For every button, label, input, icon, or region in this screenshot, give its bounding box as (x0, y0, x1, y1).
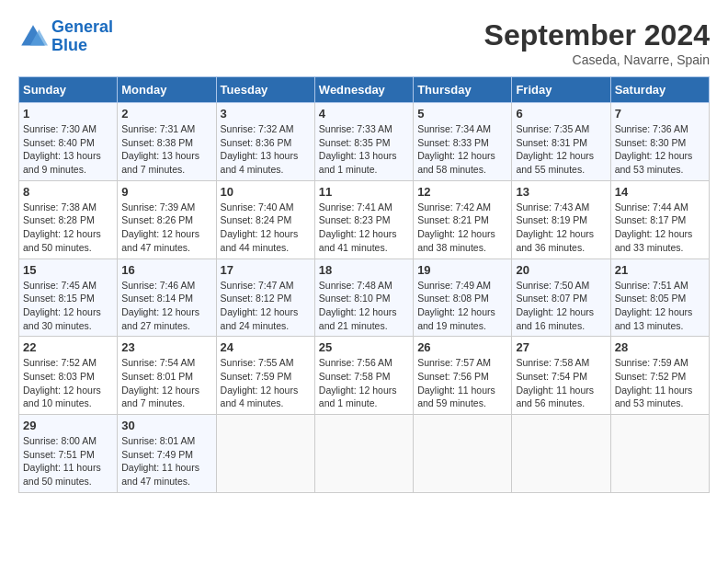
calendar-cell: 14Sunrise: 7:44 AMSunset: 8:17 PMDayligh… (610, 180, 709, 259)
day-info: Sunrise: 7:51 AMSunset: 8:05 PMDaylight:… (615, 279, 705, 333)
calendar-cell: 22Sunrise: 7:52 AMSunset: 8:03 PMDayligh… (19, 337, 118, 415)
day-number: 27 (516, 340, 606, 354)
logo-line1: General (51, 17, 113, 36)
day-info: Sunrise: 7:36 AMSunset: 8:30 PMDaylight:… (615, 122, 705, 177)
day-number: 10 (221, 185, 311, 199)
day-number: 19 (417, 263, 507, 277)
calendar-cell: 24Sunrise: 7:55 AMSunset: 7:59 PMDayligh… (216, 337, 314, 415)
calendar-cell: 6Sunrise: 7:35 AMSunset: 8:31 PMDaylight… (512, 103, 610, 181)
title-block: September 2024 Caseda, Navarre, Spain (484, 18, 710, 67)
calendar-cell (414, 415, 512, 493)
day-info: Sunrise: 7:40 AMSunset: 8:24 PMDaylight:… (221, 201, 311, 255)
day-number: 1 (23, 107, 113, 121)
day-info: Sunrise: 7:30 AMSunset: 8:40 PMDaylight:… (23, 122, 113, 177)
day-number: 20 (516, 263, 606, 277)
day-number: 30 (121, 419, 211, 432)
calendar-cell: 15Sunrise: 7:45 AMSunset: 8:15 PMDayligh… (19, 259, 118, 337)
calendar-cell: 2Sunrise: 7:31 AMSunset: 8:38 PMDaylight… (118, 103, 216, 181)
day-info: Sunrise: 7:32 AMSunset: 8:36 PMDaylight:… (221, 122, 311, 177)
calendar-cell (314, 415, 413, 493)
calendar-cell: 23Sunrise: 7:54 AMSunset: 8:01 PMDayligh… (118, 337, 216, 415)
calendar-cell: 30Sunrise: 8:01 AMSunset: 7:49 PMDayligh… (118, 415, 216, 493)
calendar-row: 8Sunrise: 7:38 AMSunset: 8:28 PMDaylight… (19, 180, 710, 259)
col-friday: Friday (512, 77, 610, 103)
day-number: 14 (615, 185, 705, 199)
col-wednesday: Wednesday (314, 77, 413, 103)
day-info: Sunrise: 7:38 AMSunset: 8:28 PMDaylight:… (23, 201, 113, 255)
day-number: 6 (516, 107, 606, 121)
day-number: 2 (121, 107, 211, 121)
day-number: 28 (615, 340, 705, 354)
day-number: 11 (319, 185, 409, 199)
logo-icon (18, 22, 48, 52)
logo: General Blue (18, 18, 113, 55)
day-info: Sunrise: 7:33 AMSunset: 8:35 PMDaylight:… (319, 122, 409, 177)
day-number: 21 (615, 263, 705, 277)
calendar-cell: 28Sunrise: 7:59 AMSunset: 7:52 PMDayligh… (610, 337, 709, 415)
day-info: Sunrise: 8:00 AMSunset: 7:51 PMDaylight:… (23, 434, 113, 488)
day-number: 4 (319, 107, 409, 121)
day-number: 16 (121, 263, 211, 277)
day-number: 22 (23, 340, 113, 354)
day-info: Sunrise: 7:52 AMSunset: 8:03 PMDaylight:… (23, 356, 113, 410)
day-info: Sunrise: 7:57 AMSunset: 7:56 PMDaylight:… (417, 356, 507, 410)
calendar-cell (610, 415, 709, 493)
col-thursday: Thursday (414, 77, 512, 103)
day-number: 5 (417, 107, 507, 121)
day-number: 8 (23, 185, 113, 199)
day-info: Sunrise: 7:31 AMSunset: 8:38 PMDaylight:… (121, 122, 211, 177)
day-info: Sunrise: 7:48 AMSunset: 8:10 PMDaylight:… (319, 279, 409, 333)
col-sunday: Sunday (19, 77, 118, 103)
day-info: Sunrise: 7:47 AMSunset: 8:12 PMDaylight:… (221, 279, 311, 333)
day-info: Sunrise: 7:50 AMSunset: 8:07 PMDaylight:… (516, 279, 606, 333)
page-header: General Blue September 2024 Caseda, Nava… (18, 18, 710, 67)
col-tuesday: Tuesday (216, 77, 314, 103)
day-number: 3 (221, 107, 311, 121)
calendar-cell: 21Sunrise: 7:51 AMSunset: 8:05 PMDayligh… (610, 259, 709, 337)
calendar-cell: 4Sunrise: 7:33 AMSunset: 8:35 PMDaylight… (314, 103, 413, 181)
calendar-cell: 12Sunrise: 7:42 AMSunset: 8:21 PMDayligh… (414, 180, 512, 259)
day-info: Sunrise: 7:45 AMSunset: 8:15 PMDaylight:… (23, 279, 113, 333)
logo-text: General Blue (51, 18, 113, 55)
calendar-cell (216, 415, 314, 493)
calendar-cell: 3Sunrise: 7:32 AMSunset: 8:36 PMDaylight… (216, 103, 314, 181)
calendar-cell: 19Sunrise: 7:49 AMSunset: 8:08 PMDayligh… (414, 259, 512, 337)
day-info: Sunrise: 7:42 AMSunset: 8:21 PMDaylight:… (417, 201, 507, 255)
location-subtitle: Caseda, Navarre, Spain (484, 52, 710, 67)
calendar-cell: 13Sunrise: 7:43 AMSunset: 8:19 PMDayligh… (512, 180, 610, 259)
day-info: Sunrise: 7:46 AMSunset: 8:14 PMDaylight:… (121, 279, 211, 333)
day-info: Sunrise: 7:54 AMSunset: 8:01 PMDaylight:… (121, 356, 211, 410)
calendar-cell: 18Sunrise: 7:48 AMSunset: 8:10 PMDayligh… (314, 259, 413, 337)
calendar-cell: 26Sunrise: 7:57 AMSunset: 7:56 PMDayligh… (414, 337, 512, 415)
day-info: Sunrise: 7:43 AMSunset: 8:19 PMDaylight:… (516, 201, 606, 255)
day-info: Sunrise: 7:44 AMSunset: 8:17 PMDaylight:… (615, 201, 705, 255)
calendar-cell: 17Sunrise: 7:47 AMSunset: 8:12 PMDayligh… (216, 259, 314, 337)
calendar-cell: 20Sunrise: 7:50 AMSunset: 8:07 PMDayligh… (512, 259, 610, 337)
calendar-cell: 25Sunrise: 7:56 AMSunset: 7:58 PMDayligh… (314, 337, 413, 415)
calendar-cell: 5Sunrise: 7:34 AMSunset: 8:33 PMDaylight… (414, 103, 512, 181)
day-number: 29 (23, 419, 113, 432)
calendar-cell: 27Sunrise: 7:58 AMSunset: 7:54 PMDayligh… (512, 337, 610, 415)
calendar-cell: 1Sunrise: 7:30 AMSunset: 8:40 PMDaylight… (19, 103, 118, 181)
day-info: Sunrise: 7:49 AMSunset: 8:08 PMDaylight:… (417, 279, 507, 333)
day-number: 12 (417, 185, 507, 199)
calendar-cell (512, 415, 610, 493)
logo-line2: Blue (51, 36, 87, 54)
calendar-body: 1Sunrise: 7:30 AMSunset: 8:40 PMDaylight… (19, 103, 710, 493)
calendar-row: 22Sunrise: 7:52 AMSunset: 8:03 PMDayligh… (19, 337, 710, 415)
calendar-cell: 7Sunrise: 7:36 AMSunset: 8:30 PMDaylight… (610, 103, 709, 181)
day-number: 18 (319, 263, 409, 277)
header-row: Sunday Monday Tuesday Wednesday Thursday… (19, 77, 710, 103)
calendar-table: Sunday Monday Tuesday Wednesday Thursday… (18, 76, 710, 493)
day-number: 24 (221, 340, 311, 354)
day-info: Sunrise: 8:01 AMSunset: 7:49 PMDaylight:… (121, 434, 211, 488)
day-number: 15 (23, 263, 113, 277)
day-info: Sunrise: 7:59 AMSunset: 7:52 PMDaylight:… (615, 356, 705, 410)
day-number: 25 (319, 340, 409, 354)
day-info: Sunrise: 7:35 AMSunset: 8:31 PMDaylight:… (516, 122, 606, 177)
calendar-header: Sunday Monday Tuesday Wednesday Thursday… (19, 77, 710, 103)
calendar-row: 29Sunrise: 8:00 AMSunset: 7:51 PMDayligh… (19, 415, 710, 493)
day-info: Sunrise: 7:58 AMSunset: 7:54 PMDaylight:… (516, 356, 606, 410)
day-info: Sunrise: 7:41 AMSunset: 8:23 PMDaylight:… (319, 201, 409, 255)
day-number: 7 (615, 107, 705, 121)
